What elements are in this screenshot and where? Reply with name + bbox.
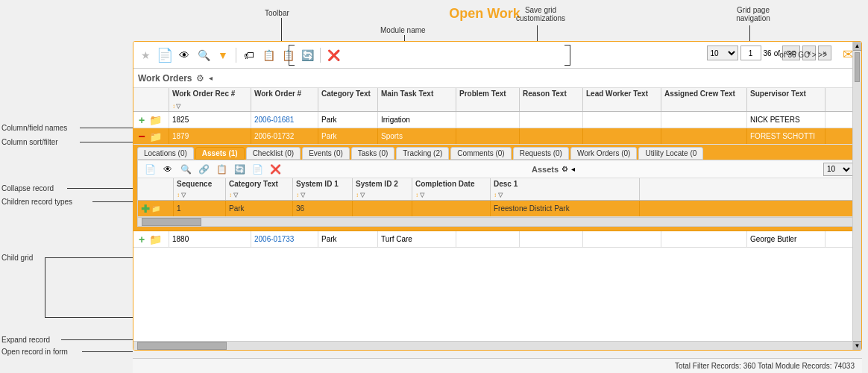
- cell-cat-1: Park: [318, 112, 378, 128]
- expand-row-3-icon[interactable]: +: [136, 233, 148, 245]
- child-delete-icon[interactable]: ❌: [267, 161, 283, 178]
- child-filter-cat[interactable]: ▽: [233, 192, 238, 198]
- child-filter-comp[interactable]: ▽: [420, 192, 424, 198]
- tab-assets[interactable]: Assets (1): [195, 147, 245, 160]
- sort-icon-rec[interactable]: ↕: [172, 103, 175, 110]
- child-refresh-icon[interactable]: 🔄: [231, 161, 248, 178]
- delete-icon[interactable]: ❌: [325, 47, 342, 63]
- open-form-1-icon[interactable]: 📁: [149, 114, 161, 126]
- filter-icon-rec[interactable]: ▽: [176, 103, 180, 110]
- child-cell-desc: Freestone District Park: [491, 201, 640, 216]
- main-horizontal-scrollbar[interactable]: [133, 341, 861, 350]
- child-sort-comp[interactable]: ↕: [415, 192, 418, 198]
- vertical-scrollbar[interactable]: ▲ ▼: [852, 42, 861, 350]
- open-form-2-icon[interactable]: 📁: [149, 131, 161, 142]
- child-sort-cat[interactable]: ↕: [229, 192, 232, 198]
- tab-requests[interactable]: Requests (0): [513, 147, 569, 160]
- child-horizontal-scrollbar[interactable]: [138, 217, 857, 226]
- page-number-input[interactable]: [740, 46, 761, 60]
- scroll-thumb[interactable]: [855, 52, 860, 82]
- open-form-3-icon[interactable]: 📁: [149, 233, 161, 245]
- child-doc-icon[interactable]: 📄: [249, 161, 265, 178]
- child-cell-sys2: [353, 201, 412, 216]
- cell-main-1: Irrigation: [378, 112, 456, 128]
- filter-icon[interactable]: ▼: [215, 47, 231, 63]
- child-link-icon[interactable]: 🔗: [195, 161, 212, 178]
- tab-events[interactable]: Events (0): [302, 147, 350, 160]
- expand-row-1-icon[interactable]: +: [136, 114, 148, 126]
- child-filter-sys2[interactable]: ▽: [360, 192, 365, 198]
- cell-super-2: FOREST SCHOTTI: [747, 128, 825, 144]
- outer-container: Open Work Toolbar Module name Save grid …: [0, 0, 868, 373]
- cell-crew-3: [661, 231, 747, 247]
- child-col-header-actions: [138, 178, 174, 200]
- tab-utility-locate[interactable]: Utility Locate (0: [638, 147, 703, 160]
- row-actions-1: + 📁: [133, 112, 169, 128]
- main-scroll-thumb[interactable]: [137, 342, 227, 350]
- col-header-reason: Reason Text: [520, 88, 583, 111]
- main-grid: ★ 📄 👁 🔍 ▼ 🏷 📋 📋 🔄 ❌ 10 25 50: [133, 41, 862, 351]
- tab-work-orders[interactable]: Work Orders (0): [570, 147, 638, 160]
- open-record-annotation: Open record in form: [1, 348, 68, 356]
- child-scroll-thumb[interactable]: [142, 218, 201, 226]
- cell-reason-1: [520, 112, 583, 128]
- col-header-order: Work Order #: [251, 88, 318, 111]
- module-title: Work Orders: [138, 73, 192, 84]
- view-icon[interactable]: 👁: [176, 47, 192, 63]
- customize-icon[interactable]: ⚙: [196, 73, 204, 84]
- child-column-headers: Sequence ↕ ▽ Category Text ↕ ▽: [138, 178, 857, 201]
- module-arrow[interactable]: ◂: [209, 74, 213, 82]
- child-grid: 📄 👁 🔍 🔗 📋 🔄 📄 ❌ Assets ⚙ ◂: [137, 160, 858, 227]
- child-new-icon[interactable]: 📄: [142, 161, 158, 178]
- page-size-select[interactable]: 10 25 50: [707, 46, 738, 60]
- save-grid-annotation: Save grid customizations: [511, 6, 570, 22]
- cell-main-3: Turf Care: [378, 231, 456, 247]
- copy-icon[interactable]: 📋: [260, 47, 277, 63]
- child-sort-seq[interactable]: ↕: [177, 192, 180, 198]
- child-page-size-select[interactable]: 10: [823, 163, 853, 176]
- row-actions-3: + 📁: [133, 231, 169, 247]
- child-grid-toolbar: 📄 👁 🔍 🔗 📋 🔄 📄 ❌: [142, 161, 283, 178]
- toolbar-annotation: Toolbar: [265, 9, 289, 17]
- child-grid-title-text: Assets ⚙ ◂: [532, 165, 575, 174]
- cell-lead-2: [583, 128, 661, 144]
- star-icon[interactable]: ★: [137, 47, 154, 63]
- child-copy-icon[interactable]: 📋: [213, 161, 230, 178]
- table-row-expanded: − 📁 1879 2006-01732 Park Sports FOREST S…: [133, 128, 861, 145]
- search-icon[interactable]: 🔍: [195, 47, 212, 63]
- child-sort-sys1[interactable]: ↕: [296, 192, 299, 198]
- child-grid-arrow[interactable]: ◂: [571, 165, 575, 173]
- tab-locations[interactable]: Locations (0): [137, 147, 194, 160]
- new-icon[interactable]: 📄: [157, 47, 173, 63]
- child-filter-sys1[interactable]: ▽: [301, 192, 305, 198]
- refresh-icon[interactable]: 🔄: [299, 47, 315, 63]
- child-expand-icon[interactable]: ✚: [141, 203, 150, 215]
- child-col-header-desc: Desc 1 ↕ ▽: [491, 178, 640, 200]
- tab-checklist[interactable]: Checklist (0): [246, 147, 301, 160]
- cell-prob-1: [456, 112, 520, 128]
- child-filter-desc[interactable]: ▽: [498, 192, 503, 198]
- col-header-problem: Problem Text: [456, 88, 520, 111]
- cell-super-3: George Butler: [747, 231, 825, 247]
- child-search-icon[interactable]: 🔍: [177, 161, 194, 178]
- tab-tracking[interactable]: Tracking (2): [396, 147, 449, 160]
- child-sort-sys2[interactable]: ↕: [356, 192, 359, 198]
- child-view-icon[interactable]: 👁: [160, 161, 176, 178]
- child-grid-title-bar: 📄 👁 🔍 🔗 📋 🔄 📄 ❌ Assets ⚙ ◂: [138, 160, 857, 178]
- child-filter-seq[interactable]: ▽: [181, 192, 186, 198]
- collapse-row-2-icon[interactable]: −: [136, 131, 148, 142]
- child-grid-customize[interactable]: ⚙: [562, 165, 568, 173]
- cell-crew-2: [661, 128, 747, 144]
- child-sort-desc[interactable]: ↕: [494, 192, 497, 198]
- tab-tasks[interactable]: Tasks (0): [351, 147, 395, 160]
- cell-order-2: 2006-01732: [251, 128, 318, 144]
- tag-icon[interactable]: 🏷: [241, 47, 257, 63]
- child-row-actions: ✚ 📁: [138, 201, 174, 216]
- child-open-form-icon[interactable]: 📁: [151, 204, 160, 213]
- scroll-down-button[interactable]: ▼: [853, 341, 861, 350]
- cell-reason-2: [520, 128, 583, 144]
- col-field-names-annotation: Column/field names: [1, 124, 67, 132]
- scroll-up-button[interactable]: ▲: [853, 42, 861, 51]
- tab-comments[interactable]: Comments (0): [450, 147, 511, 160]
- column-header-row: Work Order Rec # ↕ ▽ Work Order # Catego…: [133, 88, 861, 112]
